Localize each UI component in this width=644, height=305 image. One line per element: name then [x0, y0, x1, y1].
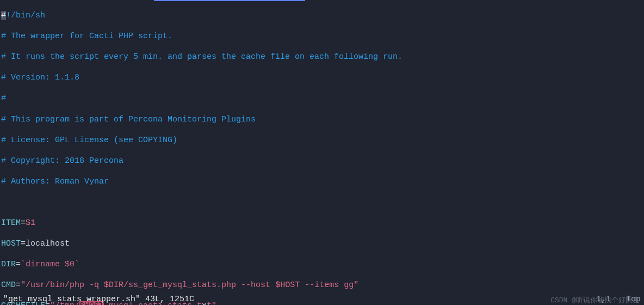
- code-line: # License: GPL License (see COPYING): [0, 135, 644, 145]
- code-line: [0, 197, 644, 208]
- code-line: #: [0, 93, 644, 103]
- code-line: # The wrapper for Cacti PHP script.: [0, 31, 644, 41]
- status-file-info: "get_mysql_stats_wrapper.sh" 43L, 1251C: [3, 294, 194, 304]
- code-line: CMD="/usr/bin/php -q $DIR/ss_get_mysql_s…: [0, 280, 644, 290]
- code-editor[interactable]: #!/bin/sh # The wrapper for Cacti PHP sc…: [0, 0, 644, 294]
- code-line: # Version: 1.1.8: [0, 72, 644, 83]
- code-line: ITEM=$1: [0, 218, 644, 228]
- status-scroll: Top: [626, 294, 641, 304]
- code-line: # Copyright: 2018 Percona: [0, 156, 644, 166]
- code-line: #!/bin/sh: [0, 10, 644, 21]
- code-line: # It runs the script every 5 min. and pa…: [0, 52, 644, 62]
- code-line: # This program is part of Percona Monito…: [0, 114, 644, 125]
- status-bar: "get_mysql_stats_wrapper.sh" 43L, 1251C …: [0, 294, 644, 305]
- status-cursor-pos: 1,1: [596, 294, 611, 304]
- code-line: # Authors: Roman Vynar: [0, 176, 644, 187]
- code-line: DIR=`dirname $0`: [0, 259, 644, 270]
- shebang-hash: #: [1, 11, 6, 20]
- code-line: HOST=localhost: [0, 239, 644, 249]
